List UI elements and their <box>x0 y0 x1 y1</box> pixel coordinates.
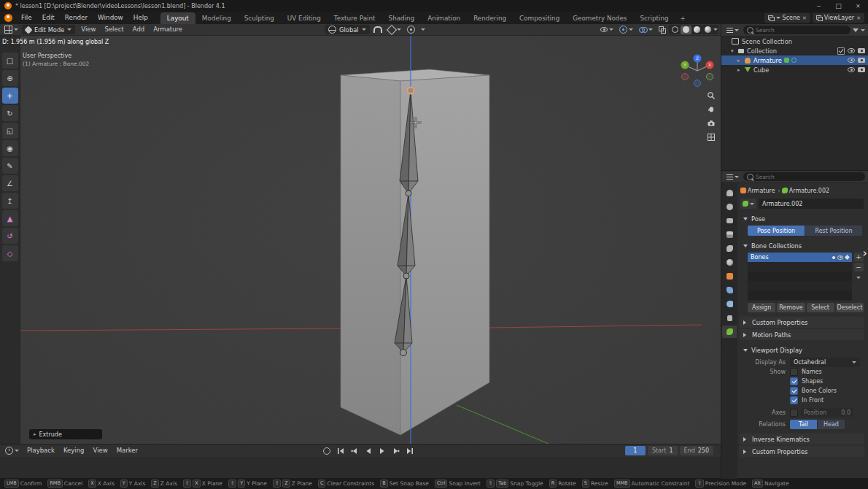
minimize-button[interactable] <box>809 0 829 12</box>
timeline-menu-view[interactable]: View <box>89 444 112 457</box>
properties-tab-scene[interactable] <box>722 242 737 255</box>
select-button[interactable]: Select <box>807 303 834 312</box>
tool-cursor[interactable]: ⊕ <box>2 70 18 86</box>
pose-panel-header[interactable]: Pose <box>740 213 864 224</box>
viewport-menu-armature[interactable]: Armature <box>149 23 187 36</box>
viewport-canvas[interactable] <box>20 36 721 444</box>
unlink-scene-icon[interactable] <box>802 15 807 21</box>
camera-toggle-icon[interactable] <box>858 48 865 53</box>
gizmo-negative-z[interactable] <box>694 80 701 87</box>
frame-start-field[interactable]: Start 1 <box>648 446 678 455</box>
workspace-tab-layout[interactable]: Layout <box>160 12 195 24</box>
navigation-gizmo[interactable]: Z X Y <box>678 52 716 90</box>
checkbox-names[interactable] <box>790 368 798 376</box>
rest-position-button[interactable]: Rest Position <box>805 226 862 236</box>
tail-button[interactable]: Tail <box>790 420 817 429</box>
bone-collections-list[interactable]: Bones <box>748 253 852 301</box>
properties-tab-output[interactable] <box>722 215 737 227</box>
filter-icon[interactable] <box>853 28 859 32</box>
breadcrumb-object[interactable]: Armature <box>748 188 775 194</box>
workspace-tab-modeling[interactable]: Modeling <box>195 12 238 24</box>
assign-button[interactable]: Assign <box>748 303 775 312</box>
id-browse-button[interactable] <box>740 199 756 209</box>
tool-roll[interactable]: ↺ <box>2 228 18 244</box>
tool-move[interactable]: + <box>2 88 18 104</box>
menu-window[interactable]: Window <box>93 12 128 24</box>
menu-render[interactable]: Render <box>60 12 93 24</box>
camera-toggle-icon[interactable] <box>858 58 865 63</box>
workspace-tab-geometry-nodes[interactable]: Geometry Nodes <box>566 12 633 24</box>
bone-joint[interactable] <box>406 190 411 196</box>
viewport-menu-select[interactable]: Select <box>100 23 128 36</box>
tool-transform[interactable]: ◉ <box>2 140 18 156</box>
checkbox-shapes[interactable] <box>790 377 798 385</box>
properties-tab-modifiers[interactable] <box>722 284 737 296</box>
wireframe-shading-button[interactable] <box>670 26 681 34</box>
play-button[interactable] <box>376 446 388 455</box>
proportional-falloff-dropdown[interactable] <box>419 25 427 34</box>
jump-to-next-keyframe-button[interactable] <box>390 446 402 455</box>
blender-menu-icon[interactable] <box>4 14 12 22</box>
display-as-dropdown[interactable]: Octahedral <box>790 358 860 367</box>
viewport-menu-view[interactable]: View <box>77 23 100 36</box>
tool-annotate[interactable]: ✎ <box>2 158 18 174</box>
region-chevron-icon[interactable] <box>863 246 867 260</box>
head-button[interactable]: Head <box>818 420 845 429</box>
tool-select-box[interactable]: □ <box>2 53 18 69</box>
show-gizmo-toggle[interactable] <box>617 25 635 34</box>
tool-rotate[interactable]: ↻ <box>2 105 18 121</box>
scene-selector[interactable]: Scene <box>764 13 810 23</box>
axes-position-field[interactable]: Position 0.0 <box>801 408 853 417</box>
operator-redo-panel[interactable]: Extrude <box>29 429 102 439</box>
snap-settings-dropdown[interactable] <box>386 25 403 34</box>
xray-toggle[interactable] <box>656 25 667 34</box>
proportional-editing-toggle[interactable] <box>405 25 417 34</box>
mode-dropdown[interactable]: Edit Mode <box>22 25 75 34</box>
editor-type-dropdown[interactable] <box>3 446 21 455</box>
search-input[interactable] <box>756 27 847 34</box>
material-shading-button[interactable] <box>691 26 702 34</box>
editor-type-dropdown[interactable] <box>724 26 741 35</box>
menu-edit[interactable]: Edit <box>37 12 60 24</box>
view-layer-selector[interactable]: ViewLayer <box>813 13 864 23</box>
workspace-tab-uv-editing[interactable]: UV Editing <box>281 12 328 24</box>
remove-button[interactable]: Remove <box>777 303 805 312</box>
bone-collection-item[interactable]: Bones <box>748 253 852 262</box>
jump-to-start-button[interactable] <box>334 446 346 455</box>
checkbox-bone-colors[interactable] <box>790 387 798 395</box>
properties-tab-view-layer[interactable] <box>722 228 737 241</box>
gizmo-negative-x[interactable] <box>682 74 689 80</box>
outliner-search[interactable] <box>743 26 850 34</box>
custom-properties-bottom-panel-header[interactable]: Custom Properties <box>740 446 864 457</box>
outliner-row-scene-collection[interactable]: Scene Collection <box>721 36 868 46</box>
outliner-row-armature[interactable]: ▸Armature <box>721 55 868 65</box>
properties-tab-data[interactable] <box>722 326 737 338</box>
properties-search[interactable] <box>743 172 865 181</box>
id-name-field[interactable]: Armature.002 <box>759 199 864 209</box>
motion-paths-panel-header[interactable]: Motion Paths <box>740 329 864 340</box>
bone-collections-panel-header[interactable]: Bone Collections <box>740 240 864 251</box>
jump-to-end-button[interactable] <box>403 446 416 455</box>
object-visibility-dropdown[interactable] <box>598 25 616 34</box>
checkbox-in-front[interactable] <box>790 396 798 404</box>
workspace-tab-animation[interactable]: Animation <box>421 12 467 24</box>
expand-caret-icon[interactable]: ▾ <box>731 48 737 54</box>
editor-type-dropdown[interactable] <box>2 25 20 34</box>
pan-hand-icon[interactable] <box>705 103 717 115</box>
frame-end-field[interactable]: End 250 <box>680 446 713 455</box>
menu-help[interactable]: Help <box>128 12 153 24</box>
orthographic-grid-icon[interactable] <box>705 131 717 143</box>
timeline-menu-marker[interactable]: Marker <box>112 444 142 457</box>
properties-tab-tool[interactable] <box>722 187 737 199</box>
pose-position-button[interactable]: Pose Position <box>748 226 805 236</box>
jump-to-prev-keyframe-button[interactable] <box>348 446 360 455</box>
outliner-row-cube[interactable]: ▸Cube <box>721 65 868 74</box>
eye-toggle-icon[interactable] <box>848 58 855 63</box>
timeline-menu-keying[interactable]: Keying <box>59 444 89 457</box>
camera-view-icon[interactable] <box>705 118 717 129</box>
bone-joint[interactable] <box>403 273 409 279</box>
add-workspace-button[interactable]: + <box>675 12 691 24</box>
add-collection-button[interactable] <box>854 253 864 261</box>
breadcrumb-data[interactable]: Armature.002 <box>789 188 829 194</box>
bone-root-joint[interactable] <box>400 350 407 356</box>
